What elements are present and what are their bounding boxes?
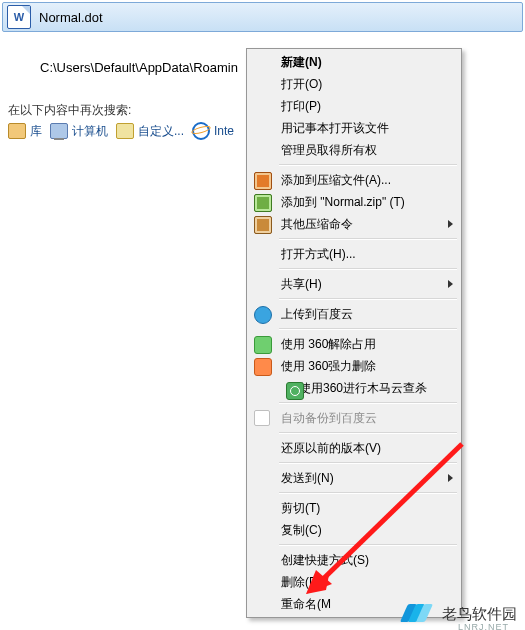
cloud-upload-icon	[254, 306, 272, 324]
menu-item-auto-backup: 自动备份到百度云	[249, 407, 459, 429]
menu-item-new[interactable]: 新建(N)	[249, 51, 459, 73]
menu-item-360-force-delete[interactable]: 使用 360强力删除	[249, 355, 459, 377]
menu-item-print[interactable]: 打印(P)	[249, 95, 459, 117]
menu-item-other-compress[interactable]: 其他压缩命令	[249, 213, 459, 235]
submenu-arrow-icon	[448, 280, 453, 288]
submenu-arrow-icon	[448, 220, 453, 228]
menu-item-send-to[interactable]: 发送到(N)	[249, 467, 459, 489]
search-result-file[interactable]: W Normal.dot	[2, 2, 523, 32]
watermark-subtext: LNRJ.NET	[458, 622, 509, 630]
watermark-text: 老鸟软件园	[442, 605, 517, 624]
force-delete-icon	[254, 358, 272, 376]
scope-label: 自定义...	[138, 123, 184, 140]
submenu-arrow-icon	[448, 474, 453, 482]
menu-separator	[279, 238, 457, 240]
menu-separator	[279, 298, 457, 300]
menu-separator	[279, 164, 457, 166]
menu-item-restore-previous[interactable]: 还原以前的版本(V)	[249, 437, 459, 459]
menu-separator	[279, 328, 457, 330]
scope-computer[interactable]: 计算机	[50, 123, 108, 140]
computer-icon	[50, 123, 68, 139]
menu-item-share[interactable]: 共享(H)	[249, 273, 459, 295]
menu-item-copy[interactable]: 复制(C)	[249, 519, 459, 541]
menu-separator	[279, 268, 457, 270]
scope-internet[interactable]: Inte	[192, 122, 234, 140]
menu-item-open-with[interactable]: 打开方式(H)...	[249, 243, 459, 265]
library-icon	[8, 123, 26, 139]
context-menu: 新建(N) 打开(O) 打印(P) 用记事本打开该文件 管理员取得所有权 添加到…	[246, 48, 462, 618]
menu-item-admin-owner[interactable]: 管理员取得所有权	[249, 139, 459, 161]
menu-item-open[interactable]: 打开(O)	[249, 73, 459, 95]
file-name-label: Normal.dot	[39, 10, 103, 25]
search-again-label: 在以下内容中再次搜索:	[8, 102, 131, 119]
folder-icon	[116, 123, 134, 139]
virus-scan-icon	[286, 382, 304, 400]
unlock-icon	[254, 336, 272, 354]
word-template-icon: W	[7, 5, 31, 29]
menu-item-360-unlock[interactable]: 使用 360解除占用	[249, 333, 459, 355]
menu-item-create-shortcut[interactable]: 创建快捷方式(S)	[249, 549, 459, 571]
menu-separator	[279, 492, 457, 494]
scope-library[interactable]: 库	[8, 123, 42, 140]
menu-item-add-archive[interactable]: 添加到压缩文件(A)...	[249, 169, 459, 191]
menu-item-open-notepad[interactable]: 用记事本打开该文件	[249, 117, 459, 139]
internet-explorer-icon	[192, 122, 210, 140]
menu-item-delete[interactable]: 删除(D)	[249, 571, 459, 593]
menu-separator	[279, 432, 457, 434]
archive-icon	[254, 172, 272, 190]
checkbox-icon	[254, 410, 270, 426]
menu-separator	[279, 462, 457, 464]
menu-separator	[279, 402, 457, 404]
menu-item-cut[interactable]: 剪切(T)	[249, 497, 459, 519]
watermark-logo-icon	[404, 604, 438, 624]
scope-label: 库	[30, 123, 42, 140]
archive-icon	[254, 216, 272, 234]
scope-label: 计算机	[72, 123, 108, 140]
search-scope-toolbar: 库 计算机 自定义... Inte	[8, 122, 234, 140]
scope-custom[interactable]: 自定义...	[116, 123, 184, 140]
file-path-label: C:\Users\Default\AppData\Roamin	[40, 60, 238, 75]
archive-icon	[254, 194, 272, 212]
scope-label: Inte	[214, 124, 234, 138]
menu-item-360-scan[interactable]: 使用360进行木马云查杀	[249, 377, 459, 399]
menu-separator	[279, 544, 457, 546]
watermark: 老鸟软件园 LNRJ.NET	[404, 604, 517, 624]
menu-item-upload-baidu[interactable]: 上传到百度云	[249, 303, 459, 325]
menu-item-add-normal-zip[interactable]: 添加到 "Normal.zip" (T)	[249, 191, 459, 213]
